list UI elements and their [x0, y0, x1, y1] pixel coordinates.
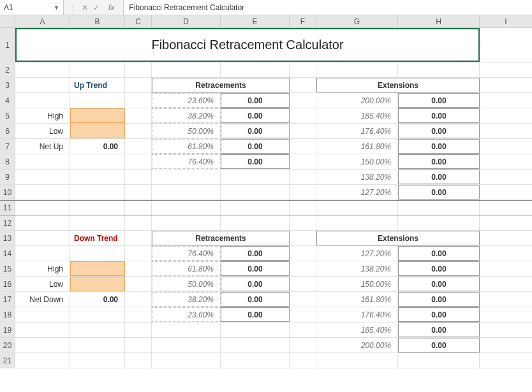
net-value-down[interactable]: 0.00: [70, 292, 125, 307]
high-label[interactable]: High: [15, 108, 70, 123]
name-box[interactable]: A1 ▼: [0, 0, 64, 15]
down-trend-heading[interactable]: Down Trend: [70, 231, 125, 245]
row-12: 12: [0, 215, 532, 231]
high-input[interactable]: [70, 108, 125, 123]
net-label[interactable]: Net Up: [15, 139, 70, 154]
high-label-down[interactable]: High: [15, 261, 70, 276]
col-header-G[interactable]: G: [316, 15, 398, 27]
retracements-header[interactable]: Retracements: [152, 78, 290, 92]
divider: ⋮: [69, 3, 77, 12]
col-header-A[interactable]: A: [15, 15, 70, 27]
select-all-corner[interactable]: [0, 15, 15, 27]
confirm-icon[interactable]: ✓: [93, 3, 100, 12]
row-14: 14 76.40% 0.00 127.20% 0.00: [0, 246, 532, 261]
row-16: 16 Low 50.00% 0.00 150.00% 0.00: [0, 277, 532, 292]
column-headers: A B C D E F G H I: [0, 15, 532, 28]
row-header-3[interactable]: 3: [0, 78, 15, 92]
ret-val[interactable]: 0.00: [221, 93, 290, 108]
row-9: 9 138.20% 0.00: [0, 170, 532, 185]
row-4: 4 23.60% 0.00 200.00% 0.00: [0, 93, 532, 108]
col-header-I[interactable]: I: [480, 15, 532, 27]
row-1: 1 Fibonacci Retracement Calculator: [0, 28, 532, 62]
row-2: 2: [0, 62, 532, 78]
ret-pct[interactable]: 23.60%: [152, 93, 221, 108]
high-input-down[interactable]: [70, 261, 125, 276]
row-11: 11: [0, 200, 532, 215]
fx-icon[interactable]: fx: [105, 3, 118, 12]
formula-bar: A1 ▼ ⋮ ✕ ✓ fx Fibonacci Retracement Calc…: [0, 0, 532, 15]
title-cell[interactable]: Fibonacci Retracement Calculator: [15, 28, 480, 62]
row-17: 17 Net Down 0.00 38.20% 0.00 161.80% 0.0…: [0, 292, 532, 307]
extensions-header[interactable]: Extensions: [316, 78, 480, 92]
row-7: 7 Net Up 0.00 61.80% 0.00 161.80% 0.00: [0, 139, 532, 154]
row-19: 19 185.40% 0.00: [0, 323, 532, 338]
low-label-down[interactable]: Low: [15, 277, 70, 291]
row-10: 10 127.20% 0.00: [0, 185, 532, 200]
row-20: 20 200.00% 0.00: [0, 338, 532, 353]
cell-I1[interactable]: [480, 28, 532, 62]
extensions-header-down[interactable]: Extensions: [316, 231, 480, 245]
row-3: 3 Up Trend Retracements Extensions: [0, 78, 532, 93]
col-header-D[interactable]: D: [152, 15, 221, 27]
net-label-down[interactable]: Net Down: [15, 292, 70, 307]
row-5: 5 High 38.20% 0.00 185.40% 0.00: [0, 108, 532, 124]
low-input-down[interactable]: [70, 277, 125, 291]
formula-controls: ⋮ ✕ ✓ fx: [64, 0, 124, 15]
formula-text: Fibonacci Retracement Calculator: [129, 3, 244, 12]
row-header-1[interactable]: 1: [0, 28, 15, 62]
low-input[interactable]: [70, 124, 125, 138]
col-header-B[interactable]: B: [70, 15, 125, 27]
row-13: 13 Down Trend Retracements Extensions: [0, 231, 532, 246]
cancel-icon[interactable]: ✕: [82, 3, 88, 12]
up-trend-heading[interactable]: Up Trend: [70, 78, 125, 92]
row-21: 21: [0, 353, 532, 368]
formula-input[interactable]: Fibonacci Retracement Calculator: [124, 0, 532, 15]
sheet-title: Fibonacci Retracement Calculator: [151, 38, 343, 52]
row-8: 8 76.40% 0.00 150.00% 0.00: [0, 154, 532, 170]
col-header-E[interactable]: E: [221, 15, 290, 27]
net-value[interactable]: 0.00: [70, 139, 125, 154]
col-header-C[interactable]: C: [125, 15, 152, 27]
name-box-value: A1: [4, 3, 13, 12]
row-15: 15 High 61.80% 0.00 138.20% 0.00: [0, 261, 532, 277]
col-header-H[interactable]: H: [398, 15, 480, 27]
ext-val[interactable]: 0.00: [398, 93, 480, 108]
row-header-2[interactable]: 2: [0, 62, 15, 77]
row-18: 18 23.60% 0.00 176.40% 0.00: [0, 307, 532, 323]
low-label[interactable]: Low: [15, 124, 70, 138]
row-6: 6 Low 50.00% 0.00 176.40% 0.00: [0, 124, 532, 139]
retracements-header-down[interactable]: Retracements: [152, 231, 290, 245]
chevron-down-icon[interactable]: ▼: [54, 4, 59, 11]
ext-pct[interactable]: 200.00%: [316, 93, 398, 108]
col-header-F[interactable]: F: [290, 15, 316, 27]
